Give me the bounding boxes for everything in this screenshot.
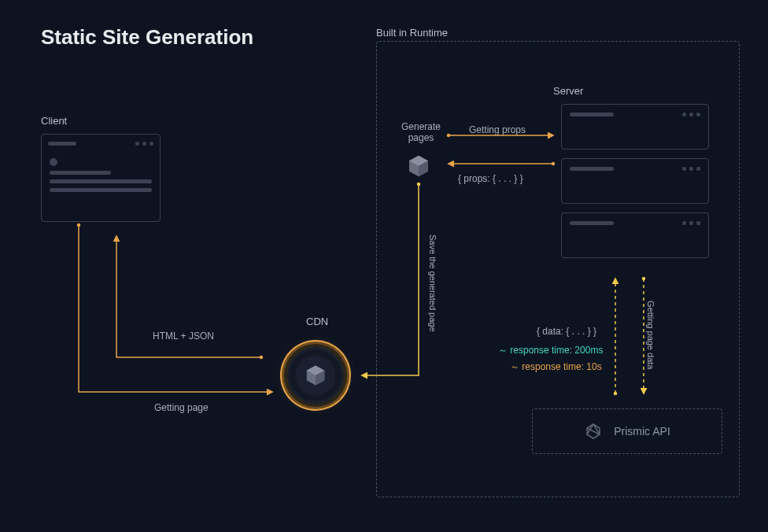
server-title-placeholder <box>570 167 614 171</box>
cube-icon <box>304 364 327 387</box>
arrow-label-getting-props: Getting props <box>469 124 526 135</box>
cube-icon <box>406 153 431 179</box>
server-title-placeholder <box>570 113 614 116</box>
client-label: Client <box>41 115 67 127</box>
runtime-label: Built in Runtime <box>376 27 448 39</box>
window-controls-icon <box>135 142 153 146</box>
generate-pages-node <box>406 153 431 179</box>
window-title-placeholder <box>48 142 76 146</box>
prismic-icon <box>584 422 603 441</box>
prismic-api-label: Prismic API <box>614 425 670 438</box>
metric-response-10s: ～ response time: 10s <box>510 360 602 374</box>
arrow-label-getting-page-data: Getting page data <box>646 301 655 369</box>
arrow-label-getting-page: Getting page <box>154 402 209 413</box>
server-title-placeholder <box>570 221 614 225</box>
arrow-label-props-return: { props: { . . . } } <box>458 173 523 184</box>
window-controls-icon <box>682 221 700 225</box>
server-instance <box>561 158 709 204</box>
avatar-placeholder <box>50 158 57 166</box>
server-instance <box>561 104 709 150</box>
content-line <box>50 179 152 183</box>
content-line <box>50 171 111 175</box>
window-controls-icon <box>682 167 700 171</box>
generate-pages-label: Generate pages <box>393 121 449 143</box>
page-title: Static Site Generation <box>41 25 253 50</box>
server-label: Server <box>553 85 583 97</box>
window-controls-icon <box>682 113 700 116</box>
server-instance <box>561 212 709 258</box>
arrow-label-data-return: { data: { . . . } } <box>537 326 596 337</box>
arrow-label-html-json: HTML + JSON <box>153 331 214 342</box>
prismic-api-box: Prismic API <box>532 408 722 454</box>
metric-response-200ms: ～ response time: 200ms <box>498 344 603 357</box>
cdn-label: CDN <box>306 316 328 327</box>
content-line <box>50 188 152 192</box>
cdn-node <box>287 347 344 404</box>
arrow-label-save-page: Save the generated page <box>428 235 438 332</box>
client-browser-window <box>41 134 161 222</box>
